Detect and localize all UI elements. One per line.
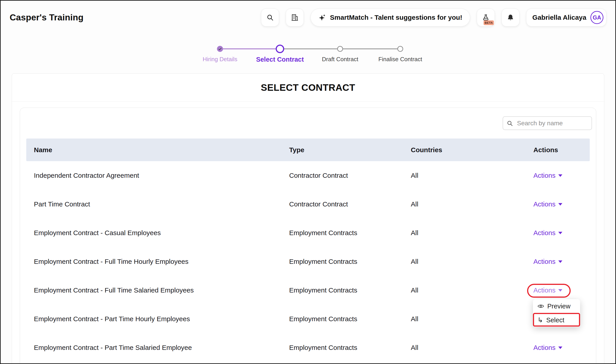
search-icon bbox=[507, 120, 513, 126]
step-draft-contract-label: Draft Contract bbox=[322, 56, 358, 63]
stepper-connector-3 bbox=[340, 48, 400, 49]
actions-label: Actions bbox=[533, 344, 555, 351]
menu-item-select[interactable]: ↳ Select bbox=[533, 313, 580, 327]
table-row: Part Time Contract Contractor Contract A… bbox=[26, 190, 590, 219]
chevron-down-icon bbox=[558, 260, 562, 263]
column-header-type: Type bbox=[289, 146, 411, 154]
actions-label: Actions bbox=[533, 172, 555, 179]
contract-countries: All bbox=[411, 258, 533, 265]
chevron-down-icon bbox=[558, 203, 562, 206]
user-menu[interactable]: Gabriella Alicaya GA bbox=[526, 9, 606, 26]
search-input[interactable] bbox=[503, 116, 592, 130]
menu-item-preview-label: Preview bbox=[547, 303, 570, 310]
step-hiring-details-label: Hiring Details bbox=[203, 56, 238, 63]
step-select-contract-label: Select Contract bbox=[256, 56, 304, 63]
actions-dropdown-trigger[interactable]: Actions bbox=[533, 200, 562, 208]
menu-item-select-label: Select bbox=[546, 316, 564, 324]
table-row: Independent Contractor Agreement Contrac… bbox=[26, 161, 590, 190]
contract-countries: All bbox=[411, 200, 533, 208]
contract-actions-cell: Actions bbox=[533, 172, 582, 179]
user-name: Gabriella Alicaya bbox=[532, 14, 586, 21]
contract-type: Contractor Contract bbox=[289, 200, 411, 208]
search-button[interactable] bbox=[261, 9, 279, 26]
stepper-connector-2 bbox=[280, 48, 340, 49]
contract-countries: All bbox=[411, 286, 533, 294]
contract-type: Employment Contracts bbox=[289, 286, 411, 294]
contract-name: Employment Contract - Full Time Salaried… bbox=[34, 286, 289, 294]
select-contract-card: SELECT CONTRACT Name Type Countries Acti… bbox=[12, 73, 604, 364]
actions-dropdown-trigger[interactable]: Actions bbox=[533, 229, 562, 237]
actions-label: Actions bbox=[533, 286, 555, 294]
building-icon bbox=[291, 14, 299, 21]
stepper-connector-1 bbox=[220, 48, 280, 49]
chevron-down-icon bbox=[558, 232, 562, 234]
table-header: Name Type Countries Actions bbox=[26, 139, 590, 161]
app-title: Casper's Training bbox=[10, 13, 84, 22]
actions-dropdown-menu: Preview ↳ Select bbox=[533, 299, 580, 327]
contract-actions-cell: Actions bbox=[533, 258, 582, 265]
contracts-panel: Name Type Countries Actions Independent … bbox=[20, 108, 596, 364]
actions-label: Actions bbox=[533, 229, 555, 237]
step-draft-contract-dot bbox=[337, 46, 343, 52]
column-header-countries: Countries bbox=[411, 146, 533, 154]
actions-dropdown-trigger[interactable]: Actions bbox=[533, 258, 562, 265]
contract-name: Employment Contract - Part Time Hourly E… bbox=[34, 315, 289, 323]
beta-badge: BETA bbox=[484, 20, 494, 25]
contract-countries: All bbox=[411, 172, 533, 179]
step-hiring-details-dot[interactable] bbox=[217, 46, 223, 52]
smartmatch-label: SmartMatch - Talent suggestions for you! bbox=[330, 14, 462, 21]
labs-button[interactable]: BETA bbox=[477, 9, 495, 26]
table-row: Employment Contract - Part Time Hourly E… bbox=[26, 305, 590, 333]
chevron-down-icon bbox=[558, 174, 562, 177]
contract-name: Employment Contract - Part Time Salaried… bbox=[34, 344, 289, 351]
column-header-name: Name bbox=[34, 146, 289, 154]
contract-type: Employment Contracts bbox=[289, 315, 411, 323]
search-field-wrap bbox=[503, 116, 592, 130]
contract-countries: All bbox=[411, 229, 533, 237]
contract-type: Employment Contracts bbox=[289, 344, 411, 351]
step-select-contract-dot[interactable] bbox=[276, 45, 284, 53]
step-finalise-contract-label: Finalise Contract bbox=[378, 56, 422, 63]
column-header-actions: Actions bbox=[533, 146, 582, 154]
contract-actions-cell: Actions bbox=[533, 200, 582, 208]
company-button[interactable] bbox=[286, 9, 304, 26]
contract-name: Independent Contractor Agreement bbox=[34, 172, 289, 179]
actions-label: Actions bbox=[533, 258, 555, 265]
actions-label: Actions bbox=[533, 200, 555, 208]
actions-dropdown-trigger[interactable]: Actions bbox=[533, 344, 562, 351]
search-icon bbox=[266, 14, 274, 21]
chevron-down-icon bbox=[558, 289, 562, 292]
arrow-return-icon: ↳ bbox=[537, 317, 543, 324]
table-row: Employment Contract - Full Time Salaried… bbox=[26, 276, 590, 305]
labs-flask-icon bbox=[482, 14, 490, 21]
contract-actions-cell: Actions bbox=[533, 229, 582, 237]
contract-countries: All bbox=[411, 344, 533, 351]
actions-dropdown-trigger[interactable]: Actions bbox=[533, 286, 562, 294]
topbar: Casper's Training bbox=[1, 1, 615, 34]
smartmatch-button[interactable]: SmartMatch - Talent suggestions for you! bbox=[310, 9, 470, 26]
contract-countries: All bbox=[411, 315, 533, 323]
user-avatar: GA bbox=[590, 11, 603, 24]
contract-actions-cell: Actions bbox=[533, 286, 582, 294]
sparkle-icon bbox=[318, 14, 326, 21]
step-finalise-contract-dot bbox=[397, 46, 403, 52]
contract-type: Employment Contracts bbox=[289, 229, 411, 237]
contract-name: Employment Contract - Casual Employees bbox=[34, 229, 289, 237]
check-icon bbox=[218, 48, 222, 50]
page-title: SELECT CONTRACT bbox=[12, 74, 604, 102]
contract-name: Part Time Contract bbox=[34, 200, 289, 208]
table-row: Employment Contract - Casual Employees E… bbox=[26, 219, 590, 247]
topbar-actions: SmartMatch - Talent suggestions for you!… bbox=[261, 9, 606, 26]
notifications-button[interactable] bbox=[502, 9, 519, 26]
contract-name: Employment Contract - Full Time Hourly E… bbox=[34, 258, 289, 265]
wizard-stepper: Hiring Details Select Contract Draft Con… bbox=[1, 34, 615, 73]
contract-type: Contractor Contract bbox=[289, 172, 411, 179]
actions-dropdown-trigger[interactable]: Actions bbox=[533, 172, 562, 179]
chevron-down-icon bbox=[558, 347, 562, 349]
table-body: Independent Contractor Agreement Contrac… bbox=[20, 161, 596, 362]
bell-icon bbox=[507, 14, 514, 21]
contract-type: Employment Contracts bbox=[289, 258, 411, 265]
contract-actions-cell: Actions bbox=[533, 344, 582, 351]
menu-item-preview[interactable]: Preview bbox=[533, 299, 580, 313]
page: Casper's Training bbox=[0, 0, 616, 364]
